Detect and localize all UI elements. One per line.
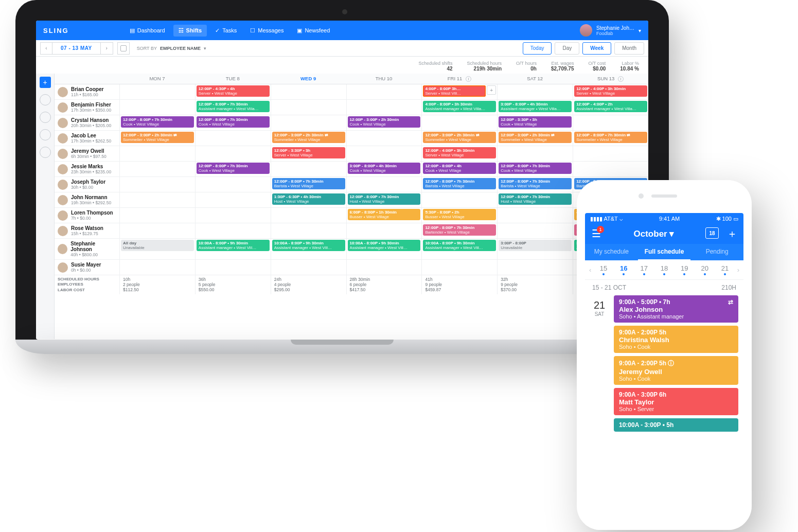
month-selector[interactable]: October ▾ xyxy=(634,228,675,239)
shift-card[interactable]: All dayUnavailable xyxy=(121,240,194,251)
day-cell[interactable]: 12:00P - 3:00P • 2h 30min ⇄Sommelier • W… xyxy=(119,131,195,146)
day-cell[interactable] xyxy=(346,131,422,146)
add-shift-button[interactable]: + xyxy=(40,77,51,88)
day-cell[interactable] xyxy=(271,223,346,238)
shift-card[interactable]: 12:00P - 8:00P • 7h 30minCook • West Vil… xyxy=(197,116,270,128)
day-cell[interactable]: 12:00P - 8:00P • 7h 30minAssistant manag… xyxy=(195,100,271,115)
shift-card[interactable]: 12:00P - 4:00P • 2hAssistant manager • W… xyxy=(574,101,647,112)
day-header[interactable]: THU 10 xyxy=(346,74,422,84)
shift-card[interactable]: 12:00P - 8:00P • 7h 30minCook • West Vil… xyxy=(197,163,270,174)
day-header[interactable]: SUN 13 i xyxy=(573,74,648,84)
shift-card[interactable]: 12:00P - 8:00P • 7h 30min ⇄Sommelier • W… xyxy=(574,132,647,143)
prev-week-button[interactable]: ‹ xyxy=(40,42,52,55)
shift-card[interactable]: 12:00P - 8:00P • 7h 30minBartender • Wes… xyxy=(423,224,496,236)
day-view-button[interactable]: Day xyxy=(555,42,579,55)
day-cell[interactable]: 12:00P - 3:00P • 2h 30minCook • West Vil… xyxy=(346,115,422,130)
date-range[interactable]: 07 - 13 MAY xyxy=(52,45,100,51)
shift-card[interactable]: 1:30P - 6:30P • 4h 30minHost • West Vill… xyxy=(272,193,345,205)
employee-cell[interactable]: John Normann19h 30min • $292.50 xyxy=(55,192,119,207)
day-cell[interactable] xyxy=(346,146,422,161)
day-cell[interactable] xyxy=(195,260,271,275)
shift-card[interactable]: 5:30P - 8:00P • 2hBusser • West Village xyxy=(423,209,496,220)
day-cell[interactable] xyxy=(421,115,497,130)
shift-card[interactable]: 12:00P - 8:00P • 7h 30minBarista • West … xyxy=(272,178,345,189)
day-cell[interactable] xyxy=(195,177,271,192)
day-cell[interactable] xyxy=(119,84,195,99)
day-cell[interactable]: 1:30P - 6:30P • 4h 30minHost • West Vill… xyxy=(271,192,346,207)
shift-card[interactable]: 12:00P - 4:00P • 3h 30minServer • West V… xyxy=(574,85,647,97)
day-cell[interactable] xyxy=(271,208,346,223)
day-cell[interactable]: All dayUnavailable xyxy=(119,239,195,259)
day-cell[interactable]: 12:00P - 3:00P • 2h 30min ⇄Sommelier • W… xyxy=(421,131,497,146)
day-cell[interactable]: 12:00P - 4:30P • 4hServer • West Village xyxy=(195,84,271,99)
employee-cell[interactable]: Benjamin Fisher17h 30min • $350.00 xyxy=(55,100,119,115)
day-cell[interactable] xyxy=(346,223,422,238)
shift-card[interactable]: 12:00P - 8:00P • 7h 30minCook • West Vil… xyxy=(499,163,572,174)
phone-day[interactable]: 18 xyxy=(654,264,674,275)
day-cell[interactable] xyxy=(271,260,346,275)
shift-card[interactable]: 3:00P - 8:00PUnavailable xyxy=(499,240,572,251)
filter-icon[interactable] xyxy=(40,147,51,158)
shift-card[interactable]: 9:00A - 5:00P • 7h ⇄Alex JohnsonSoho • A… xyxy=(614,295,738,323)
menu-button[interactable]: ☰1 xyxy=(590,227,602,240)
month-view-button[interactable]: Month xyxy=(614,42,644,55)
day-cell[interactable] xyxy=(346,260,422,275)
nav-messages[interactable]: ☐Messages xyxy=(245,25,289,37)
day-header[interactable]: TUE 8 xyxy=(195,74,271,84)
day-cell[interactable]: 12:00P - 8:00P • 7h 30minCook • West Vil… xyxy=(497,162,573,176)
shift-card[interactable]: 4:00P - 8:00P • 3h 30minAssistant manage… xyxy=(423,101,496,112)
day-cell[interactable]: 6:00P - 8:00P • 1h 30minBusser • West Vi… xyxy=(346,208,422,223)
day-cell[interactable]: 12:00P - 3:30P • 3hCook • West Village xyxy=(497,115,573,130)
day-cell[interactable]: 3:00P - 8:00PUnavailable xyxy=(497,239,573,259)
sort-control[interactable]: SORT BY EMPLOYEE NAME ▾ xyxy=(137,46,206,51)
employee-cell[interactable]: Joseph Taylor30h • $0.00 xyxy=(55,177,119,192)
phone-day[interactable]: 21 xyxy=(715,264,735,275)
day-cell[interactable]: 3:00P - 8:00P • 4h 30minCook • West Vill… xyxy=(346,162,422,176)
day-cell[interactable] xyxy=(271,115,346,130)
phone-tab[interactable]: My schedule xyxy=(585,244,638,260)
shift-card[interactable]: 12:00P - 8:00P • 7h 30minBarista • West … xyxy=(499,178,572,189)
select-all-checkbox[interactable] xyxy=(117,42,130,55)
day-cell[interactable] xyxy=(346,177,422,192)
day-cell[interactable] xyxy=(195,208,271,223)
day-cell[interactable] xyxy=(346,84,422,99)
day-cell[interactable]: 12:00P - 8:00P • 7h 30minCook • West Vil… xyxy=(119,115,195,130)
day-cell[interactable] xyxy=(497,260,573,275)
day-cell[interactable] xyxy=(271,162,346,176)
shift-card[interactable]: 9:00A - 2:00P 5h ⓘJeremy OwellSoho • Coo… xyxy=(614,356,738,385)
employee-cell[interactable]: Loren Thompson7h • $0.00 xyxy=(55,208,119,223)
day-cell[interactable]: 12:00P - 8:00P • 7h 30minHost • West Vil… xyxy=(497,192,573,207)
day-cell[interactable] xyxy=(573,115,648,130)
day-cell[interactable] xyxy=(119,208,195,223)
shift-card[interactable]: 12:00P - 4:00P • 3h 30minServer • West V… xyxy=(423,147,496,158)
day-cell[interactable]: 4:00P - 8:00P • 3h 30minAssistant manage… xyxy=(421,100,497,115)
day-cell[interactable] xyxy=(421,260,497,275)
employee-cell[interactable]: Jessie Marks23h 30min • $235.00 xyxy=(55,162,119,176)
day-cell[interactable]: 12:00P - 8:00P • 7h 30min ⇄Sommelier • W… xyxy=(573,131,648,146)
day-cell[interactable]: 4:00P - 8:00P 3h…Server • West Vill…+ xyxy=(421,84,497,99)
employee-cell[interactable]: Jacob Lee17h 30min • $262.50 xyxy=(55,131,119,146)
day-header[interactable]: WED 9 xyxy=(271,74,346,84)
phone-day[interactable]: 16 xyxy=(614,264,634,275)
shift-card[interactable]: 12:00P - 8:00P • 7h 30minHost • West Vil… xyxy=(348,193,421,205)
shift-card[interactable]: 10:00A - 8:00P • 9h 30minAssistant manag… xyxy=(272,240,345,251)
day-cell[interactable] xyxy=(119,162,195,176)
shift-card[interactable]: 12:00P - 8:00P • 7h 30minHost • West Vil… xyxy=(499,193,572,205)
employee-cell[interactable]: Stephanie Johnson40h • $800.00 xyxy=(55,239,119,259)
nav-newsfeed[interactable]: ▣Newsfeed xyxy=(292,25,335,37)
day-cell[interactable] xyxy=(119,223,195,238)
phone-day[interactable]: 19 xyxy=(675,264,695,275)
nav-shifts[interactable]: ☷Shifts xyxy=(173,25,207,37)
day-cell[interactable] xyxy=(497,84,573,99)
phone-day[interactable]: 20 xyxy=(695,264,715,275)
day-cell[interactable] xyxy=(573,162,648,176)
day-header[interactable]: FRI 11 i xyxy=(421,74,497,84)
day-cell[interactable] xyxy=(195,131,271,146)
day-cell[interactable]: 12:00P - 8:00P • 7h 30minBarista • West … xyxy=(271,177,346,192)
employee-cell[interactable]: Crystal Hanson20h 30min • $205.00 xyxy=(55,115,119,130)
day-cell[interactable]: 12:00P - 8:00P • 7h 30minCook • West Vil… xyxy=(195,115,271,130)
day-cell[interactable]: 10:00A - 8:00P • 9h 30minAssistant manag… xyxy=(271,239,346,259)
next-days[interactable]: › xyxy=(735,266,741,274)
day-cell[interactable]: 12:00P - 8:00P • 4hCook • West Village xyxy=(421,162,497,176)
day-cell[interactable] xyxy=(346,100,422,115)
